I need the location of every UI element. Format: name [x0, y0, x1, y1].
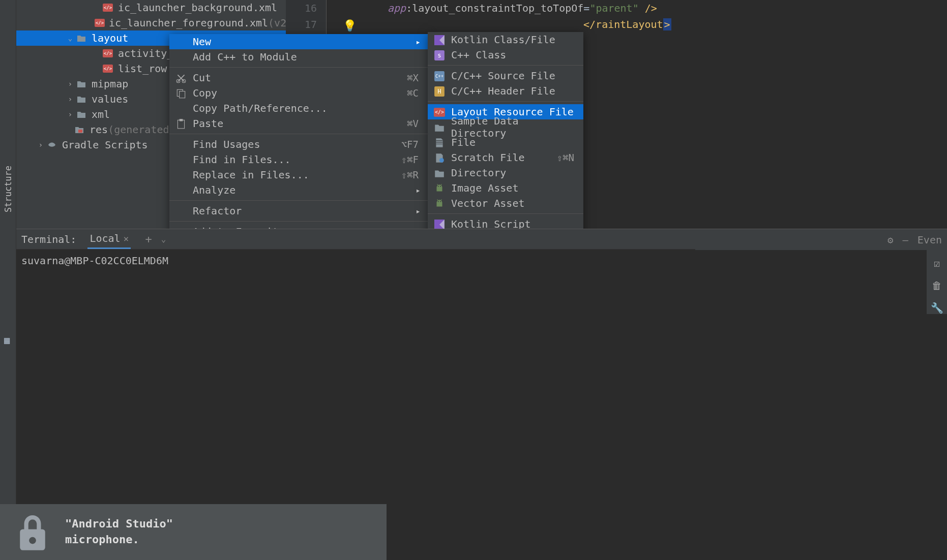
menu-item-label: Refactor [193, 205, 242, 217]
menu-item-c-class[interactable]: sC++ Class [428, 47, 583, 63]
xml-icon: </> [95, 18, 105, 28]
copy-icon [175, 88, 187, 98]
tree-item-ic-launcher-background-xml[interactable]: </>ic_launcher_background.xml [16, 0, 286, 15]
menu-item-new[interactable]: New▸ [169, 34, 428, 49]
svg-rect-8 [78, 130, 82, 133]
structure-tool-button[interactable]: Structure [3, 166, 13, 212]
menu-item-label: Image Asset [451, 182, 518, 194]
menu-item-cut[interactable]: Cut⌘X [169, 70, 428, 85]
minimize-icon[interactable]: — [902, 234, 908, 245]
tree-item-label: ic_launcher_background.xml [118, 2, 277, 14]
kotlin-icon [434, 219, 445, 229]
menu-item-label: Find Usages [193, 138, 260, 150]
intention-bulb-icon[interactable]: 💡 [343, 19, 357, 32]
svg-rect-14 [180, 119, 183, 121]
terminal-tab-local[interactable]: Local× [87, 229, 131, 249]
terminal-body[interactable]: suvarna@MBP-C02CC0ELMD6M [16, 250, 695, 272]
tree-item-label: layout [92, 32, 128, 44]
chevron-right-icon[interactable]: › [66, 95, 74, 103]
svg-point-31 [440, 186, 441, 187]
menu-shortcut: ⌘C [407, 87, 419, 99]
menu-item-find-usages[interactable]: Find Usages⌥F7 [169, 137, 428, 152]
submenu-arrow-icon: ▸ [416, 206, 421, 216]
menu-item-label: Paste [193, 117, 223, 130]
menu-item-c-c-source-file[interactable]: C++C/C++ Source File [428, 68, 583, 83]
kotlin-icon [434, 35, 445, 45]
svg-text:s: s [437, 52, 441, 59]
svg-text:H: H [437, 88, 441, 95]
menu-item-image-asset[interactable]: Image Asset [428, 180, 583, 196]
menu-item-replace-in-files-[interactable]: Replace in Files...⇧⌘R [169, 167, 428, 182]
menu-item-label: Copy Path/Reference... [193, 102, 328, 114]
menu-item-directory[interactable]: Directory [428, 165, 583, 180]
svg-text:</>: </> [96, 20, 104, 25]
terminal-title: Terminal: [21, 233, 76, 245]
chevron-down-icon[interactable]: ⌄ [66, 34, 74, 42]
folder-icon [434, 168, 445, 178]
file-icon [434, 137, 445, 147]
svg-text:</>: </> [435, 109, 444, 115]
build-icon[interactable]: 🔧 [931, 302, 943, 314]
menu-item-label: Analyze [193, 184, 235, 196]
tree-item-label: xml [92, 108, 110, 120]
xml-icon: </> [103, 64, 114, 74]
menu-item-label: Add C++ to Module [193, 51, 297, 63]
settings-icon[interactable]: ⚙ [887, 234, 893, 245]
menu-item-c-c-header-file[interactable]: HC/C++ Header File [428, 83, 583, 99]
terminal-right-controls: ⚙ — Even [695, 229, 947, 250]
trash-icon[interactable]: 🗑 [932, 279, 942, 292]
menu-shortcut: ⌥F7 [401, 139, 419, 150]
close-icon[interactable]: × [124, 233, 129, 244]
xml-icon: </> [103, 48, 114, 58]
menu-item-sample-data-directory[interactable]: Sample Data Directory [428, 119, 583, 135]
folder-icon [434, 122, 445, 132]
menu-item-scratch-file[interactable]: Scratch File⇧⌘N [428, 150, 583, 165]
svg-text:</>: </> [104, 66, 112, 71]
permission-notification[interactable]: "Android Studio"microphone. [0, 504, 387, 560]
menu-item-vector-asset[interactable]: Vector Asset [428, 196, 583, 211]
folder-res-icon [74, 125, 85, 135]
cut-icon [175, 73, 187, 83]
menu-item-copy[interactable]: Copy⌘C [169, 85, 428, 101]
chevron-right-icon[interactable]: › [66, 80, 74, 88]
tree-item-suffix: (generated) [108, 123, 175, 136]
svg-text:</>: </> [104, 5, 112, 10]
svg-rect-13 [177, 120, 184, 129]
menu-item-analyze[interactable]: Analyze▸ [169, 182, 428, 198]
svg-point-34 [438, 201, 439, 202]
menu-item-paste[interactable]: Paste⌘V [169, 116, 428, 131]
terminal-dropdown-icon[interactable]: ⌄ [161, 234, 166, 244]
add-terminal-button[interactable]: + [145, 233, 152, 245]
tree-item-label: values [92, 93, 128, 105]
chevron-right-icon[interactable]: › [66, 110, 74, 118]
svg-point-30 [438, 186, 439, 187]
menu-item-kotlin-class-file[interactable]: Kotlin Class/File [428, 32, 583, 47]
todo-icon[interactable]: ☑ [934, 257, 940, 269]
folder-icon [76, 94, 87, 104]
tree-item-label: ic_launcher_foreground.xml [109, 17, 268, 29]
lock-icon [10, 510, 55, 554]
menu-shortcut: ⇧⌘N [557, 152, 574, 163]
menu-item-label: Vector Asset [451, 197, 525, 209]
line-number: 16 [286, 0, 326, 16]
chevron-right-icon[interactable]: › [37, 141, 45, 149]
menu-item-label: C++ Class [451, 49, 506, 61]
menu-shortcut: ⇧⌘F [401, 154, 419, 165]
android-icon [434, 198, 445, 208]
code-line[interactable]: app:layout_constraintTop_toTopOf="parent… [327, 0, 947, 16]
svg-point-29 [439, 158, 444, 163]
gradle-icon [47, 140, 58, 150]
folder-icon [76, 109, 87, 119]
paste-icon [175, 118, 187, 129]
menu-item-find-in-files-[interactable]: Find in Files...⇧⌘F [169, 152, 428, 167]
menu-item-copy-path-reference-[interactable]: Copy Path/Reference... [169, 101, 428, 116]
tree-item-ic-launcher-foreground-xml[interactable]: </>ic_launcher_foreground.xml (v24) [16, 15, 286, 30]
event-log-button[interactable]: Even [918, 234, 942, 246]
code-line[interactable]: </raintLayout> [327, 16, 947, 33]
folder-icon [76, 79, 87, 89]
svg-rect-12 [180, 91, 185, 98]
svg-text:</>: </> [104, 51, 112, 56]
menu-item-file[interactable]: File [428, 135, 583, 150]
menu-item-add-c-to-module[interactable]: Add C++ to Module [169, 49, 428, 65]
menu-item-refactor[interactable]: Refactor▸ [169, 203, 428, 219]
